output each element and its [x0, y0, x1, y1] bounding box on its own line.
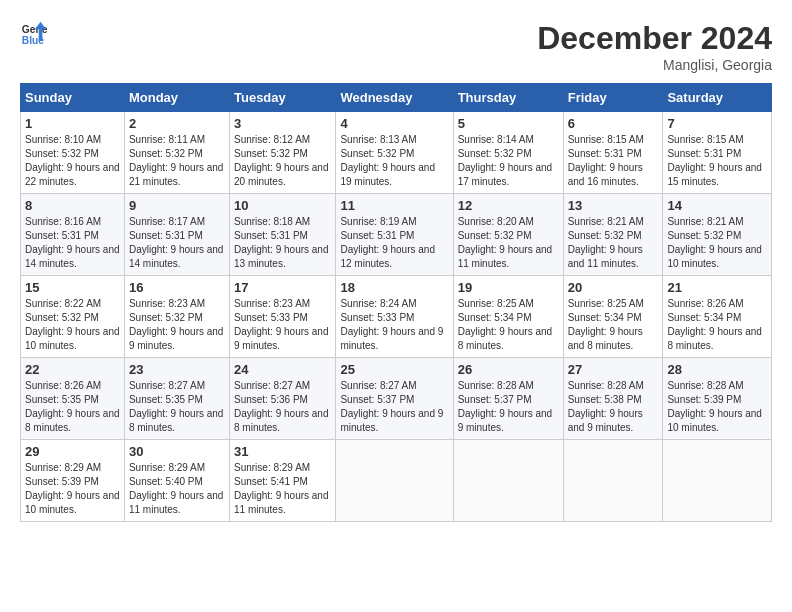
title-area: December 2024 Manglisi, Georgia — [537, 20, 772, 73]
day-cell: 28 Sunrise: 8:28 AMSunset: 5:39 PMDaylig… — [663, 358, 772, 440]
day-number: 25 — [340, 362, 448, 377]
day-number: 23 — [129, 362, 225, 377]
day-cell: 9 Sunrise: 8:17 AMSunset: 5:31 PMDayligh… — [124, 194, 229, 276]
day-cell: 26 Sunrise: 8:28 AMSunset: 5:37 PMDaylig… — [453, 358, 563, 440]
header: General Blue December 2024 Manglisi, Geo… — [20, 20, 772, 73]
day-cell: 14 Sunrise: 8:21 AMSunset: 5:32 PMDaylig… — [663, 194, 772, 276]
day-info: Sunrise: 8:27 AMSunset: 5:35 PMDaylight:… — [129, 379, 225, 435]
day-cell: 16 Sunrise: 8:23 AMSunset: 5:32 PMDaylig… — [124, 276, 229, 358]
day-number: 21 — [667, 280, 767, 295]
day-number: 2 — [129, 116, 225, 131]
day-info: Sunrise: 8:29 AMSunset: 5:39 PMDaylight:… — [25, 461, 120, 517]
day-number: 24 — [234, 362, 331, 377]
day-cell: 31 Sunrise: 8:29 AMSunset: 5:41 PMDaylig… — [229, 440, 335, 522]
day-cell: 23 Sunrise: 8:27 AMSunset: 5:35 PMDaylig… — [124, 358, 229, 440]
day-info: Sunrise: 8:22 AMSunset: 5:32 PMDaylight:… — [25, 297, 120, 353]
day-info: Sunrise: 8:27 AMSunset: 5:36 PMDaylight:… — [234, 379, 331, 435]
day-number: 18 — [340, 280, 448, 295]
day-info: Sunrise: 8:28 AMSunset: 5:38 PMDaylight:… — [568, 379, 659, 435]
day-cell: 7 Sunrise: 8:15 AMSunset: 5:31 PMDayligh… — [663, 112, 772, 194]
day-cell: 6 Sunrise: 8:15 AMSunset: 5:31 PMDayligh… — [563, 112, 663, 194]
day-info: Sunrise: 8:23 AMSunset: 5:32 PMDaylight:… — [129, 297, 225, 353]
day-cell: 25 Sunrise: 8:27 AMSunset: 5:37 PMDaylig… — [336, 358, 453, 440]
col-header-friday: Friday — [563, 84, 663, 112]
day-cell — [453, 440, 563, 522]
week-row-2: 8 Sunrise: 8:16 AMSunset: 5:31 PMDayligh… — [21, 194, 772, 276]
day-info: Sunrise: 8:21 AMSunset: 5:32 PMDaylight:… — [667, 215, 767, 271]
day-number: 9 — [129, 198, 225, 213]
col-header-saturday: Saturday — [663, 84, 772, 112]
day-cell: 4 Sunrise: 8:13 AMSunset: 5:32 PMDayligh… — [336, 112, 453, 194]
day-number: 20 — [568, 280, 659, 295]
day-info: Sunrise: 8:28 AMSunset: 5:39 PMDaylight:… — [667, 379, 767, 435]
day-number: 14 — [667, 198, 767, 213]
day-cell: 30 Sunrise: 8:29 AMSunset: 5:40 PMDaylig… — [124, 440, 229, 522]
day-number: 8 — [25, 198, 120, 213]
col-header-wednesday: Wednesday — [336, 84, 453, 112]
day-info: Sunrise: 8:29 AMSunset: 5:41 PMDaylight:… — [234, 461, 331, 517]
day-cell — [563, 440, 663, 522]
calendar-table: SundayMondayTuesdayWednesdayThursdayFrid… — [20, 83, 772, 522]
day-cell: 1 Sunrise: 8:10 AMSunset: 5:32 PMDayligh… — [21, 112, 125, 194]
col-header-monday: Monday — [124, 84, 229, 112]
week-row-4: 22 Sunrise: 8:26 AMSunset: 5:35 PMDaylig… — [21, 358, 772, 440]
col-header-tuesday: Tuesday — [229, 84, 335, 112]
day-cell: 24 Sunrise: 8:27 AMSunset: 5:36 PMDaylig… — [229, 358, 335, 440]
day-number: 13 — [568, 198, 659, 213]
day-cell: 22 Sunrise: 8:26 AMSunset: 5:35 PMDaylig… — [21, 358, 125, 440]
day-info: Sunrise: 8:16 AMSunset: 5:31 PMDaylight:… — [25, 215, 120, 271]
day-cell: 21 Sunrise: 8:26 AMSunset: 5:34 PMDaylig… — [663, 276, 772, 358]
day-number: 29 — [25, 444, 120, 459]
day-info: Sunrise: 8:20 AMSunset: 5:32 PMDaylight:… — [458, 215, 559, 271]
day-cell: 13 Sunrise: 8:21 AMSunset: 5:32 PMDaylig… — [563, 194, 663, 276]
logo-icon: General Blue — [20, 20, 48, 48]
location-title: Manglisi, Georgia — [537, 57, 772, 73]
day-number: 31 — [234, 444, 331, 459]
day-info: Sunrise: 8:29 AMSunset: 5:40 PMDaylight:… — [129, 461, 225, 517]
day-info: Sunrise: 8:24 AMSunset: 5:33 PMDaylight:… — [340, 297, 448, 353]
day-number: 28 — [667, 362, 767, 377]
day-info: Sunrise: 8:17 AMSunset: 5:31 PMDaylight:… — [129, 215, 225, 271]
day-cell: 2 Sunrise: 8:11 AMSunset: 5:32 PMDayligh… — [124, 112, 229, 194]
day-number: 27 — [568, 362, 659, 377]
day-number: 16 — [129, 280, 225, 295]
day-number: 22 — [25, 362, 120, 377]
day-cell: 12 Sunrise: 8:20 AMSunset: 5:32 PMDaylig… — [453, 194, 563, 276]
day-number: 12 — [458, 198, 559, 213]
day-info: Sunrise: 8:13 AMSunset: 5:32 PMDaylight:… — [340, 133, 448, 189]
day-info: Sunrise: 8:12 AMSunset: 5:32 PMDaylight:… — [234, 133, 331, 189]
day-info: Sunrise: 8:23 AMSunset: 5:33 PMDaylight:… — [234, 297, 331, 353]
week-row-1: 1 Sunrise: 8:10 AMSunset: 5:32 PMDayligh… — [21, 112, 772, 194]
day-info: Sunrise: 8:15 AMSunset: 5:31 PMDaylight:… — [568, 133, 659, 189]
day-info: Sunrise: 8:28 AMSunset: 5:37 PMDaylight:… — [458, 379, 559, 435]
day-number: 11 — [340, 198, 448, 213]
header-row: SundayMondayTuesdayWednesdayThursdayFrid… — [21, 84, 772, 112]
day-number: 3 — [234, 116, 331, 131]
day-cell: 19 Sunrise: 8:25 AMSunset: 5:34 PMDaylig… — [453, 276, 563, 358]
day-info: Sunrise: 8:19 AMSunset: 5:31 PMDaylight:… — [340, 215, 448, 271]
day-info: Sunrise: 8:14 AMSunset: 5:32 PMDaylight:… — [458, 133, 559, 189]
day-cell — [663, 440, 772, 522]
day-number: 4 — [340, 116, 448, 131]
day-number: 1 — [25, 116, 120, 131]
day-number: 17 — [234, 280, 331, 295]
day-number: 6 — [568, 116, 659, 131]
week-row-3: 15 Sunrise: 8:22 AMSunset: 5:32 PMDaylig… — [21, 276, 772, 358]
day-cell: 5 Sunrise: 8:14 AMSunset: 5:32 PMDayligh… — [453, 112, 563, 194]
day-cell: 15 Sunrise: 8:22 AMSunset: 5:32 PMDaylig… — [21, 276, 125, 358]
day-info: Sunrise: 8:21 AMSunset: 5:32 PMDaylight:… — [568, 215, 659, 271]
day-info: Sunrise: 8:15 AMSunset: 5:31 PMDaylight:… — [667, 133, 767, 189]
day-number: 19 — [458, 280, 559, 295]
day-cell: 20 Sunrise: 8:25 AMSunset: 5:34 PMDaylig… — [563, 276, 663, 358]
day-cell: 8 Sunrise: 8:16 AMSunset: 5:31 PMDayligh… — [21, 194, 125, 276]
day-cell: 29 Sunrise: 8:29 AMSunset: 5:39 PMDaylig… — [21, 440, 125, 522]
day-cell: 3 Sunrise: 8:12 AMSunset: 5:32 PMDayligh… — [229, 112, 335, 194]
logo: General Blue — [20, 20, 48, 48]
day-info: Sunrise: 8:18 AMSunset: 5:31 PMDaylight:… — [234, 215, 331, 271]
day-cell: 11 Sunrise: 8:19 AMSunset: 5:31 PMDaylig… — [336, 194, 453, 276]
col-header-thursday: Thursday — [453, 84, 563, 112]
day-cell: 27 Sunrise: 8:28 AMSunset: 5:38 PMDaylig… — [563, 358, 663, 440]
month-title: December 2024 — [537, 20, 772, 57]
day-number: 5 — [458, 116, 559, 131]
day-number: 10 — [234, 198, 331, 213]
